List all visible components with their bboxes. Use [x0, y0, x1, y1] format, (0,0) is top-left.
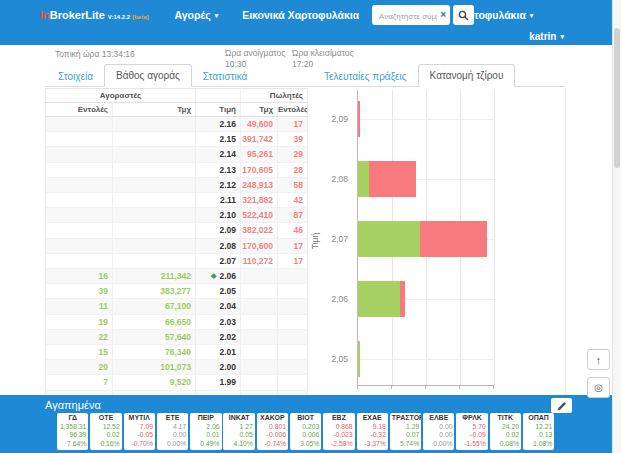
sell-cell: 522,410 [241, 208, 278, 223]
local-time-value: 13:34:16 [102, 49, 135, 59]
user-menu[interactable]: katrin▾ [529, 31, 564, 42]
favorite-card-8[interactable]: ΕΒΖ0.868-0.023-2.58% [323, 413, 354, 450]
favorite-card-6[interactable]: ΧΑΚΟΡ0.801-0.006-0.74% [257, 413, 288, 450]
bar-sell-2,08 [369, 161, 416, 197]
ticker-pct: 5.74% [392, 440, 419, 449]
tab-right-0[interactable]: Τελευταίες πράξεις [313, 66, 418, 86]
favorite-card-5[interactable]: ΙΝΚΑΤ1.270.054.10% [223, 413, 254, 450]
search-button[interactable] [453, 5, 474, 25]
buy-cell: 383,277 [113, 284, 196, 299]
col-price: Τιμή [196, 103, 241, 117]
favorite-card-4[interactable]: ΠΕΙΡ2.060.010.49% [190, 413, 221, 450]
sell-cell [278, 299, 308, 314]
ticker-name: ΟΤΕ [92, 414, 119, 423]
ticker-pct: 3.05% [292, 440, 319, 449]
sell-cell: 87 [278, 208, 308, 223]
ticker-pct: 0.00% [159, 440, 186, 449]
price-cell: 2.03 [196, 314, 241, 329]
up-arrow-icon: ↑ [596, 354, 602, 366]
depth-row-2-12: 2.12248,91358 [46, 177, 308, 192]
sellers-group-header: Πωλητές [241, 89, 308, 103]
sell-cell: 95,261 [241, 147, 278, 162]
edit-favorites-button[interactable] [551, 398, 572, 413]
y-axis-label: 2,08 [316, 173, 348, 185]
favorite-card-7[interactable]: ΒΙΟΤ0.2030.0063.05% [290, 413, 321, 450]
app-window: In BrokerLite V:14.2.2 [beta] Αγορές▾Εικ… [0, 0, 621, 453]
top-navbar: In BrokerLite V:14.2.2 [beta] Αγορές▾Εικ… [0, 0, 612, 45]
sell-cell [278, 329, 308, 344]
ticker-change: 0.00 [425, 431, 452, 440]
tab-left-2[interactable]: Στατιστικά [192, 66, 258, 86]
buy-cell [46, 147, 113, 162]
sell-cell [241, 299, 278, 314]
nav-menu-1[interactable]: Εικονικά Χαρτοφυλάκια [242, 9, 359, 21]
favorite-card-9[interactable]: ΕΧΑΕ9.18-0.32-3.37% [357, 413, 388, 450]
favorite-card-14[interactable]: ΟΠΑΠ12.210.131.08% [523, 413, 554, 450]
sell-cell: 110,272 [241, 253, 278, 268]
price-cell: 2.14 [196, 147, 241, 162]
sell-cell: 170,605 [241, 162, 278, 177]
session-times: Τοπική ώρα 13:34:16 Ώρα ανοίγματος 10:30… [0, 46, 612, 64]
sell-cell [241, 284, 278, 299]
ticker-pct: 0.49% [192, 440, 219, 449]
price-cell: 1.99 [196, 375, 241, 390]
sell-cell: 170,600 [241, 238, 278, 253]
favorite-card-2[interactable]: ΜΥΤΙΛ7.09-0.05-0.70% [124, 413, 155, 450]
favorite-card-11[interactable]: ΕΛΒΕ0.000.000.00% [423, 413, 454, 450]
col-buy-orders: Εντολές [46, 103, 113, 117]
nav-menu-0[interactable]: Αγορές▾ [175, 9, 219, 21]
scroll-to-top-button[interactable]: ↑ [587, 349, 610, 370]
price-cell: 2.01 [196, 345, 241, 360]
sell-cell [278, 314, 308, 329]
widget-button[interactable]: ◎ [587, 377, 610, 398]
buy-cell [113, 147, 196, 162]
scrollbar-thumb[interactable] [614, 28, 620, 168]
buy-cell [46, 238, 113, 253]
left-tab-group: ΣτοιχείαΒάθος αγοράςΣτατιστικά [47, 64, 258, 86]
scrollbar-track[interactable] [612, 0, 621, 453]
last-price-marker-icon: ◆ [211, 272, 216, 279]
col-sell-qty: Τμχ [241, 103, 278, 117]
sell-cell [241, 345, 278, 360]
bar-buy-2,06 [358, 281, 400, 317]
search-input[interactable] [377, 8, 439, 26]
ticker-pct: 7.64% [59, 440, 86, 449]
favorite-card-12[interactable]: ΦΡΛΚ5.70-0.09-1.55% [456, 413, 487, 450]
ticker-change: -0.09 [458, 431, 485, 440]
local-time: Τοπική ώρα 13:34:16 [55, 49, 135, 59]
favorite-card-3[interactable]: ΕΤΕ4.170.000.00% [157, 413, 188, 450]
ticker-pct: 0.16% [92, 440, 119, 449]
clear-search-icon[interactable]: × [440, 9, 446, 20]
sell-cell: 391,742 [241, 132, 278, 147]
buy-cell: 7 [46, 375, 113, 390]
ticker-change: 0.05 [225, 431, 252, 440]
symbol-search: × [372, 5, 474, 25]
ticker-name: ΦΡΛΚ [458, 414, 485, 423]
circle-icon: ◎ [594, 382, 603, 393]
app-logo[interactable]: In BrokerLite V:14.2.2 [beta] [40, 9, 149, 21]
buyers-group-header: Αγοραστές [46, 89, 196, 103]
gridline [494, 90, 495, 385]
favorite-card-13[interactable]: ΤΙΤΚ24.200.020.08% [490, 413, 521, 450]
username: katrin [529, 31, 556, 42]
ticker-pct: -0.70% [126, 440, 153, 449]
favorite-card-1[interactable]: ΟΤΕ12.520.020.16% [90, 413, 121, 450]
y-axis-label: 2,09 [316, 113, 348, 125]
tab-left-1[interactable]: Βάθος αγοράς [104, 64, 192, 87]
price-cell: 2.07 [196, 253, 241, 268]
tab-right-1[interactable]: Κατανομή τζίρου [418, 64, 516, 87]
right-tab-group: Τελευταίες πράξειςΚατανομή τζίρου [313, 64, 515, 86]
ticker-pct: -0.74% [259, 440, 286, 449]
buy-cell: 76,340 [113, 345, 196, 360]
buy-cell: 66,650 [113, 314, 196, 329]
depth-row-2-05: 39383,2772.05 [46, 284, 308, 299]
tab-left-0[interactable]: Στοιχεία [47, 66, 104, 86]
favorites-panel: Αγαπημένα ΓΔ1,358.3196.397.64%ΟΤΕ12.520.… [0, 395, 612, 453]
ticker-change: 96.39 [59, 431, 86, 440]
favorite-card-0[interactable]: ΓΔ1,358.3196.397.64% [57, 413, 88, 450]
bar-buy-2,05 [358, 341, 360, 377]
price-cell: 2.08 [196, 238, 241, 253]
favorite-card-10[interactable]: ΤΡΑΣΤΟΡ1.290.075.74% [390, 413, 421, 450]
ticker-name: ΤΙΤΚ [492, 414, 519, 423]
ticker-last: 1,358.31 [59, 423, 86, 432]
